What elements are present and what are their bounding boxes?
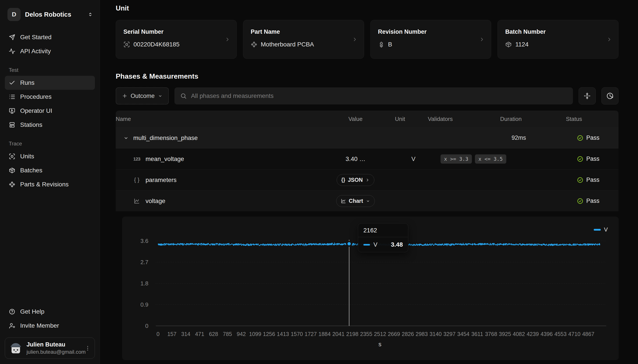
tooltip-series-name: V xyxy=(373,241,387,248)
column-header-status: Status xyxy=(566,116,618,122)
x-tick-label: 2669 xyxy=(388,331,400,337)
workspace-switcher[interactable]: D Delos Robotics xyxy=(5,6,95,23)
chevron-right-icon xyxy=(225,36,230,42)
row-name: parameters xyxy=(146,176,177,184)
sidebar-item-get-started[interactable]: Get Started xyxy=(5,30,95,44)
validator-badge: x <= 3.5 xyxy=(475,154,506,164)
scan-icon xyxy=(9,153,15,160)
json-viewer-button[interactable]: {}JSON xyxy=(337,174,374,186)
monitor-play-icon xyxy=(9,108,15,114)
card-label: Serial Number xyxy=(123,28,229,35)
search-input[interactable] xyxy=(191,92,567,100)
table-row-mean_voltage[interactable]: 123mean_voltage3.40 …Vx >= 3.3x <= 3.5Pa… xyxy=(116,148,618,169)
card-value: 00220D4K68185 xyxy=(134,41,180,48)
validator-badge: x >= 3.3 xyxy=(440,154,472,164)
sidebar-item-label: Operator UI xyxy=(20,107,52,114)
sidebar-item-get-help[interactable]: Get Help xyxy=(5,305,95,319)
sidebar-item-label: Stations xyxy=(20,121,42,128)
y-tick-label: 3.6 xyxy=(141,238,148,244)
user-email: julien.buteau@gmail.com xyxy=(27,349,81,355)
x-tick-label: 2198 xyxy=(346,331,359,337)
user-avatar xyxy=(9,342,23,355)
table-body: multi_dimension_phase92msPass123mean_vol… xyxy=(116,127,618,211)
table-row-parameters[interactable]: { }parameters{}JSONPass xyxy=(116,169,618,190)
x-tick-label: 3297 xyxy=(443,331,456,337)
history-button[interactable] xyxy=(601,88,618,104)
row-unit: V xyxy=(395,156,428,162)
sidebar-item-batches[interactable]: Batches xyxy=(5,164,95,178)
sidebar-item-invite-member[interactable]: Invite Member xyxy=(5,319,95,333)
chart-legend: V xyxy=(594,226,608,233)
sidebar-item-label: Units xyxy=(20,153,34,160)
search-box xyxy=(175,88,573,104)
row-expand-chevron-icon[interactable] xyxy=(123,135,129,141)
column-header-validators: Validators xyxy=(428,116,500,122)
user-card[interactable]: Julien Buteau julien.buteau@gmail.com xyxy=(5,338,95,359)
pass-status-icon xyxy=(577,177,583,183)
chevron-right-icon xyxy=(352,36,358,42)
highlighted-data-point xyxy=(347,241,351,246)
button-label: Chart xyxy=(349,198,363,204)
row-duration: 92ms xyxy=(500,134,566,141)
legend-series-label: V xyxy=(604,226,608,233)
sidebar-item-label: Invite Member xyxy=(20,322,59,329)
nav-sections: TestRunsProceduresOperator UIStationsTra… xyxy=(5,58,95,192)
activity-icon xyxy=(9,48,15,54)
clock-history-icon xyxy=(606,92,614,100)
workspace-avatar: D xyxy=(8,8,21,21)
unit-card-batch-number[interactable]: Batch Number1124 xyxy=(497,20,618,59)
sidebar-item-units[interactable]: Units xyxy=(5,149,95,164)
user-name: Julien Buteau xyxy=(27,341,81,348)
sidebar-item-procedures[interactable]: Procedures xyxy=(5,90,95,104)
unit-cards: Serial Number00220D4K68185Part NameMothe… xyxy=(116,20,618,59)
sidebar-item-stations[interactable]: Stations xyxy=(5,118,95,132)
card-label: Part Name xyxy=(251,28,356,35)
x-tick-label: 3140 xyxy=(430,331,442,337)
help-circle-icon xyxy=(9,308,15,315)
sidebar-item-runs[interactable]: Runs xyxy=(5,76,95,90)
unit-card-revision-number[interactable]: Revision NumberB xyxy=(370,20,491,59)
x-tick-label: 4239 xyxy=(527,331,539,337)
x-tick-label: 2041 xyxy=(332,331,345,337)
row-value: 3.40 … xyxy=(346,156,365,162)
chevron-right-icon xyxy=(479,36,485,42)
table-header: NameValueUnitValidatorsDurationStatus xyxy=(116,110,618,127)
x-tick-label: 3454 xyxy=(457,331,469,337)
outcome-filter-button[interactable]: Outcome xyxy=(116,88,169,104)
row-status: Pass xyxy=(586,198,599,204)
unit-title: Unit xyxy=(116,4,618,12)
sidebar-item-label: Batches xyxy=(20,167,42,174)
layers-icon xyxy=(378,41,385,48)
sidebar-item-api-activity[interactable]: API Activity xyxy=(5,44,95,58)
sidebar-item-parts-revisions[interactable]: Parts & Revisions xyxy=(5,178,95,192)
braces-icon: {} xyxy=(341,177,345,183)
fold-vertical-icon xyxy=(583,92,591,100)
table-row-multi_dimension_phase[interactable]: multi_dimension_phase92msPass xyxy=(116,127,618,148)
chevron-down-icon xyxy=(366,199,370,203)
x-tick-label: 314 xyxy=(181,331,191,337)
row-name: mean_voltage xyxy=(146,156,184,162)
sidebar-item-label: Runs xyxy=(20,79,35,86)
x-tick-label: 3611 xyxy=(471,331,483,337)
sidebar-item-label: Get Started xyxy=(20,34,52,41)
kebab-menu-icon[interactable] xyxy=(85,345,91,351)
x-tick-label: 942 xyxy=(237,331,246,337)
x-tick-label: 628 xyxy=(209,331,218,337)
x-tick-label: 2826 xyxy=(402,331,414,337)
chart-spline-icon xyxy=(341,198,346,204)
row-status: Pass xyxy=(586,176,599,183)
sidebar-item-operator-ui[interactable]: Operator UI xyxy=(5,104,95,118)
phases-title: Phases & Measurements xyxy=(116,72,618,80)
workspace-name: Delos Robotics xyxy=(25,11,83,18)
nav-footer: Get HelpInvite Member xyxy=(5,305,95,333)
chart-selector-button[interactable]: Chart xyxy=(336,195,375,207)
unit-card-serial-number[interactable]: Serial Number00220D4K68185 xyxy=(116,20,237,59)
sidebar-item-label: Procedures xyxy=(20,93,52,100)
collapse-all-button[interactable] xyxy=(579,88,596,104)
table-row-voltage[interactable]: voltageChartPass xyxy=(116,190,618,211)
column-header-unit: Unit xyxy=(395,116,428,122)
unit-card-part-name[interactable]: Part NameMotherboard PCBA xyxy=(243,20,364,59)
tooltip-series-value: 3.48 xyxy=(391,241,403,248)
card-label: Batch Number xyxy=(505,28,611,35)
check-icon xyxy=(9,80,15,86)
